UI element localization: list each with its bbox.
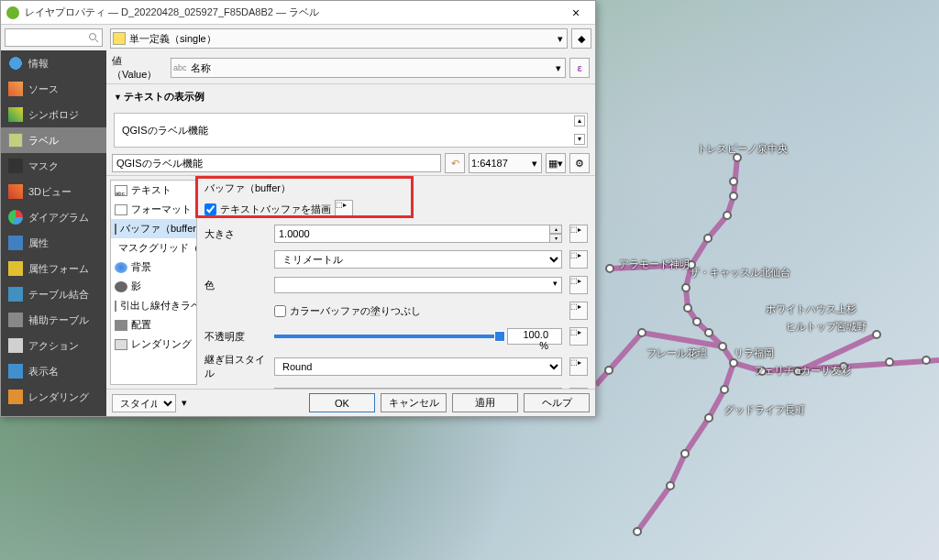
map-node[interactable] — [885, 357, 894, 367]
opacity-slider[interactable]: 100.0 % — [274, 328, 562, 345]
map-node[interactable] — [604, 366, 613, 375]
map-node[interactable] — [681, 283, 690, 292]
sidebar-item-info[interactable]: 情報 — [1, 50, 106, 76]
sidebar-item-mask[interactable]: マスク — [1, 153, 106, 179]
size-unit-dd-button[interactable]: ⬚▸ — [569, 250, 588, 269]
sidebar-item-symbology[interactable]: シンボロジ — [1, 102, 106, 127]
sidebar-item-render[interactable]: レンダリング — [1, 384, 106, 410]
map-node[interactable] — [703, 234, 713, 243]
sidebar-item-aux[interactable]: 補助テーブル — [1, 307, 106, 333]
help-button[interactable]: ヘルプ — [524, 393, 590, 412]
aux-icon — [8, 313, 23, 327]
reset-sample-button[interactable]: ↶ — [445, 153, 465, 173]
color-swatch[interactable] — [274, 277, 562, 293]
join-style-select[interactable]: Round — [274, 357, 562, 376]
shadow-tree-icon — [115, 281, 127, 292]
cancel-button[interactable]: キャンセル — [381, 393, 447, 412]
tree-item-maskgrid[interactable]: マスクグリッド（M — [111, 238, 196, 258]
tree-item-shadow[interactable]: 影 — [111, 277, 196, 296]
map-node[interactable] — [680, 449, 690, 458]
close-icon[interactable]: × — [562, 5, 590, 20]
tree-item-text[interactable]: テキスト — [111, 181, 196, 200]
draw-buffer-checkbox[interactable] — [204, 203, 216, 215]
size-dd-button[interactable]: ⬚▸ — [569, 225, 588, 243]
tree-item-callout[interactable]: 引出し線付きラベ — [111, 296, 196, 315]
sidebar-item-join[interactable]: テーブル結合 — [1, 281, 106, 307]
scale-tool-button[interactable]: ▦▾ — [546, 153, 566, 173]
tree-item-buffer[interactable]: バッファ（buffer） — [111, 219, 196, 238]
map-node[interactable] — [720, 385, 729, 394]
map-node[interactable] — [729, 177, 738, 186]
value-field-combo[interactable]: abc名称▾ — [171, 58, 566, 78]
action-icon — [8, 338, 23, 353]
layer-properties-dialog: レイヤプロパティ — D_20220428_025927_F85DA8B2 — … — [0, 0, 596, 417]
sidebar-item-3d[interactable]: 3Dビュー — [1, 179, 106, 204]
sidebar-item-display[interactable]: 表示名 — [1, 358, 106, 384]
tree-item-format[interactable]: フォーマット — [111, 200, 196, 219]
color-fill-dd-button[interactable]: ⬚▸ — [569, 302, 588, 320]
sidebar-item-source[interactable]: ソース — [1, 76, 106, 102]
map-node[interactable] — [922, 356, 931, 365]
color-fill-checkbox[interactable] — [274, 305, 286, 317]
draw-buffer-dd-button[interactable]: ⬚▸ — [335, 200, 353, 218]
map-label: カーサ友彩 — [801, 364, 851, 378]
scale-combo[interactable]: 1:64187▾ — [469, 153, 542, 173]
preview-settings-button[interactable]: ⚙ — [569, 153, 590, 173]
map-node[interactable] — [723, 211, 732, 220]
label-mode-icon — [113, 32, 126, 45]
buffer-settings: バッファ（buffer） テキストバッファを描画 ⬚▸ 大きさ ▴▾ ⬚▸ ミリ… — [197, 176, 595, 389]
map-node[interactable] — [704, 328, 713, 337]
preview-header[interactable]: テキストの表示例 — [106, 83, 595, 109]
titlebar[interactable]: レイヤプロパティ — D_20220428_025927_F85DA8B2 — … — [1, 1, 595, 25]
map-node[interactable] — [605, 264, 614, 273]
map-node[interactable] — [718, 342, 727, 351]
map-node[interactable] — [692, 317, 701, 326]
callout-tree-icon — [115, 301, 116, 312]
map-node[interactable] — [729, 192, 738, 201]
apply-button[interactable]: 適用 — [452, 393, 518, 412]
join-icon — [8, 287, 23, 302]
map-label: アラモード神明 — [619, 258, 690, 271]
sidebar-item-action[interactable]: アクション — [1, 333, 106, 358]
map-node[interactable] — [633, 527, 642, 536]
expression-button[interactable]: ε — [569, 58, 590, 78]
label-mode-combo[interactable]: 単一定義（single）▾ — [110, 28, 568, 49]
ok-button[interactable]: OK — [309, 393, 375, 412]
tree-item-placement[interactable]: 配置 — [111, 315, 196, 335]
blend-mode-select[interactable]: 通常（Normal） — [274, 388, 562, 389]
map-label: ヒルトップ宮城野 — [786, 320, 867, 334]
label-mode-help-button[interactable]: ◆ — [571, 28, 591, 49]
preview-down-button[interactable]: ▾ — [574, 134, 585, 145]
placement-tree-icon — [115, 320, 127, 331]
join-dd-button[interactable]: ⬚▸ — [569, 357, 588, 376]
map-node[interactable] — [666, 481, 675, 490]
size-label: 大きさ — [204, 227, 267, 241]
map-label: リラ福岡 — [734, 346, 774, 360]
color-dd-button[interactable]: ⬚▸ — [569, 276, 588, 294]
size-unit-select[interactable]: ミリメートル — [274, 250, 562, 269]
attr-icon — [8, 236, 23, 250]
sidebar-item-form[interactable]: 属性フォーム — [1, 256, 106, 281]
tree-item-rendering[interactable]: レンダリング — [111, 335, 196, 354]
blend-dd-button[interactable]: ⬚▸ — [569, 388, 588, 389]
sidebar-item-label[interactable]: ラベル — [1, 127, 106, 153]
sample-text-input[interactable] — [112, 154, 441, 172]
opacity-dd-button[interactable]: ⬚▸ — [569, 327, 588, 346]
label-settings-tree: テキストフォーマットバッファ（buffer）マスクグリッド（M背景影引出し線付き… — [110, 180, 197, 385]
diagram-icon — [8, 210, 23, 225]
style-menu[interactable]: スタイル — [112, 394, 176, 412]
sidebar-item-diagram[interactable]: ダイアグラム — [1, 204, 106, 230]
map-node[interactable] — [683, 303, 692, 313]
tree-item-background[interactable]: 背景 — [111, 258, 196, 277]
opacity-label: 不透明度 — [204, 330, 267, 344]
sidebar-item-attr[interactable]: 属性 — [1, 230, 106, 256]
buffer-tree-icon — [115, 224, 116, 235]
map-node[interactable] — [637, 328, 646, 337]
size-spin[interactable]: ▴▾ — [274, 225, 562, 243]
color-label: 色 — [204, 279, 267, 292]
preview-up-button[interactable]: ▴ — [574, 115, 585, 126]
search-input[interactable] — [5, 28, 103, 47]
map-node[interactable] — [872, 330, 881, 339]
info-icon — [8, 56, 23, 71]
map-node[interactable] — [704, 413, 713, 423]
